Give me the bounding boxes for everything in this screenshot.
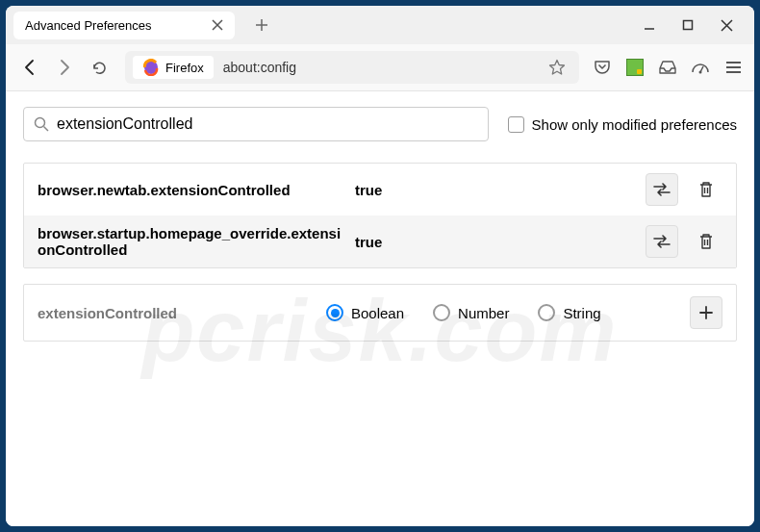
add-button[interactable] [690, 296, 722, 329]
toolbar-icons [591, 56, 745, 79]
checkbox-label: Show only modified preferences [532, 116, 737, 133]
add-row: extensionControlled Boolean Number Strin… [24, 285, 736, 341]
svg-point-2 [699, 71, 702, 74]
url-text: about:config [223, 60, 543, 75]
extension-icon[interactable] [623, 56, 646, 79]
radio-icon [326, 304, 343, 321]
radio-boolean[interactable]: Boolean [326, 304, 404, 321]
back-button[interactable] [15, 53, 44, 82]
preferences-table: browser.newtab.extensionControlled true … [23, 163, 737, 268]
toggle-button[interactable] [646, 173, 678, 206]
reload-button[interactable] [85, 53, 114, 82]
radio-number[interactable]: Number [433, 304, 509, 321]
radio-label: String [563, 305, 600, 321]
radio-label: Number [458, 305, 509, 321]
inbox-icon[interactable] [656, 56, 679, 79]
forward-button[interactable] [50, 53, 79, 82]
toggle-button[interactable] [646, 225, 678, 258]
search-row: Show only modified preferences [23, 107, 737, 141]
close-tab-icon[interactable] [212, 19, 223, 31]
identity-label: Firefox [165, 61, 204, 75]
radio-string[interactable]: String [538, 304, 600, 321]
bookmark-star-icon[interactable] [543, 59, 571, 76]
pref-key: browser.newtab.extensionControlled [38, 182, 345, 198]
search-icon [34, 116, 49, 132]
pref-key: browser.startup.homepage_override.extens… [38, 225, 345, 258]
delete-button[interactable] [690, 173, 722, 206]
close-window-button[interactable] [721, 19, 733, 32]
tab-title: Advanced Preferences [25, 18, 152, 33]
address-bar[interactable]: Firefox about:config [125, 51, 579, 84]
pref-row: browser.startup.homepage_override.extens… [24, 215, 736, 267]
about-config-content: pcrisk.com Show only modified preference… [6, 91, 754, 526]
add-preference-table: extensionControlled Boolean Number Strin… [23, 284, 737, 342]
svg-rect-0 [684, 20, 693, 29]
site-identity[interactable]: Firefox [133, 56, 214, 79]
tab-bar: Advanced Preferences [6, 6, 754, 44]
svg-point-3 [36, 118, 45, 128]
tab-active[interactable]: Advanced Preferences [13, 12, 235, 39]
radio-icon [433, 304, 450, 321]
pref-value: true [355, 234, 636, 250]
window-controls [644, 19, 747, 32]
pocket-icon[interactable] [591, 56, 614, 79]
dashboard-icon[interactable] [689, 56, 712, 79]
search-input[interactable] [57, 115, 478, 133]
pref-value: true [355, 182, 636, 198]
add-key: extensionControlled [38, 305, 317, 321]
radio-icon [538, 304, 555, 321]
checkbox-icon [508, 116, 524, 133]
navigation-toolbar: Firefox about:config [6, 44, 754, 91]
firefox-logo-icon [142, 59, 160, 76]
type-radio-group: Boolean Number String [326, 304, 680, 321]
pref-row: browser.newtab.extensionControlled true [24, 164, 736, 215]
minimize-button[interactable] [644, 19, 655, 32]
search-box[interactable] [23, 107, 489, 141]
maximize-button[interactable] [682, 19, 694, 32]
new-tab-button[interactable] [246, 13, 277, 37]
delete-button[interactable] [690, 225, 722, 258]
show-modified-checkbox[interactable]: Show only modified preferences [508, 116, 737, 133]
radio-label: Boolean [351, 305, 404, 321]
browser-window: Advanced Preferences [6, 6, 754, 526]
menu-icon[interactable] [722, 56, 745, 79]
